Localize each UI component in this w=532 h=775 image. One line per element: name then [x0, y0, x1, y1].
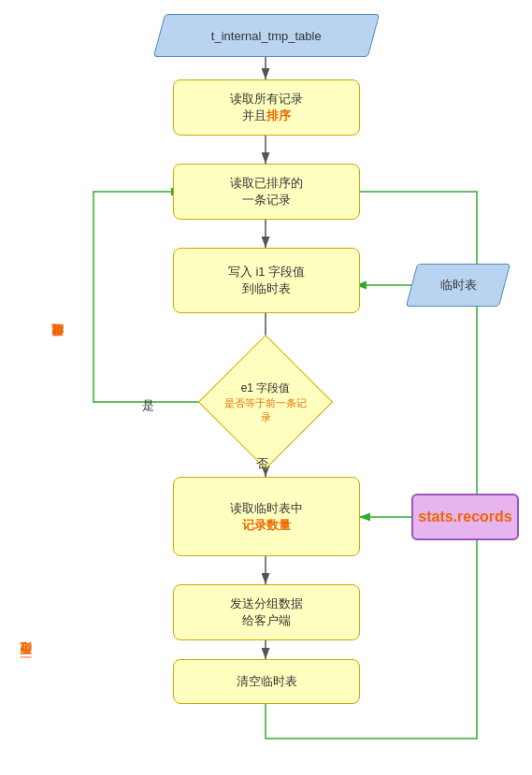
- node-read-count: 读取临时表中 记录数量: [173, 477, 360, 556]
- node-read-all-line2: 并且排序: [242, 108, 291, 124]
- decision-line1: e1 字段值: [223, 380, 308, 396]
- node-send-data-line2: 给客户端: [242, 612, 291, 629]
- flowchart-diagram: t_internal_tmp_table 读取所有记录 并且排序 读取已排序的 …: [0, 0, 532, 775]
- node-temp-table-label: 临时表: [440, 277, 477, 294]
- label-continue-group: 继续处理当前分组: [49, 262, 65, 430]
- label-next-group: 处理下一个分组: [17, 589, 34, 739]
- node-clear-table-label: 清空临时表: [237, 673, 297, 690]
- node-read-one-line2: 一条记录: [242, 192, 291, 208]
- node-temp-table: 临时表: [406, 264, 510, 307]
- node-clear-table: 清空临时表: [173, 659, 360, 704]
- node-decision: e1 字段值 是否等于前一条记录: [200, 351, 331, 453]
- node-read-one: 读取已排序的 一条记录: [173, 164, 360, 220]
- node-stats-records: stats.records: [411, 494, 519, 540]
- node-read-count-line1: 读取临时表中: [230, 500, 303, 517]
- node-send-data-line1: 发送分组数据: [230, 596, 303, 612]
- label-no: 否: [256, 455, 268, 472]
- node-read-count-line2: 记录数量: [242, 517, 291, 534]
- node-read-all-line1: 读取所有记录: [230, 91, 303, 108]
- label-yes: 是: [142, 397, 154, 414]
- node-send-data: 发送分组数据 给客户端: [173, 584, 360, 640]
- node-tmp-table: t_internal_tmp_table: [153, 14, 380, 57]
- node-read-one-line1: 读取已排序的: [230, 175, 303, 192]
- decision-line2: 是否等于前一条记录: [223, 396, 308, 424]
- node-write-i1: 写入 i1 字段值 到临时表: [173, 248, 360, 313]
- node-write-i1-line2: 到临时表: [242, 280, 291, 297]
- stats-records-label: stats.records: [418, 509, 512, 525]
- node-write-i1-line1: 写入 i1 字段值: [228, 264, 305, 280]
- node-tmp-table-label: t_internal_tmp_table: [211, 29, 322, 43]
- node-read-all: 读取所有记录 并且排序: [173, 79, 360, 136]
